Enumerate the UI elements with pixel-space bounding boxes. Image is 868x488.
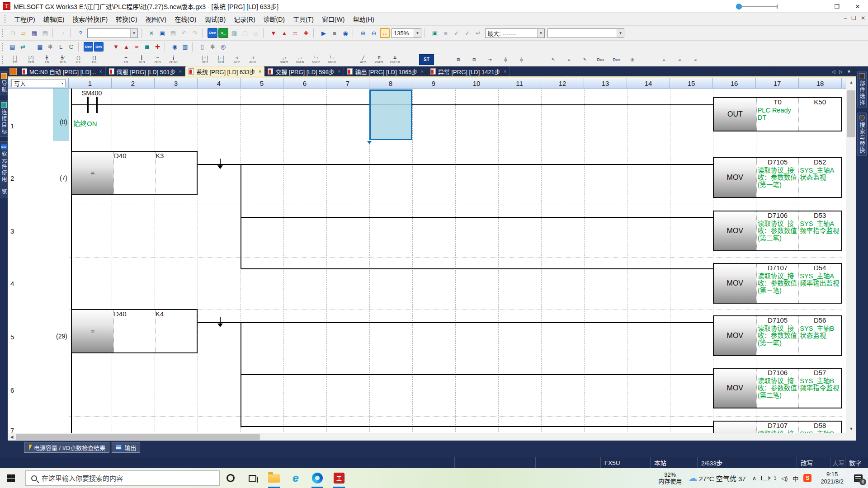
scroll-down-icon[interactable]: ▼	[846, 424, 856, 433]
tray-expand-icon[interactable]: ∧	[752, 475, 757, 482]
operand-device[interactable]: D7107	[757, 422, 799, 430]
tab-list-icon[interactable]: ▼	[847, 69, 851, 74]
tab-close-icon[interactable]: ×	[420, 69, 423, 74]
paste-icon[interactable]: ▤	[168, 28, 178, 38]
read-from-plc-icon[interactable]: ▲	[279, 28, 289, 38]
ime-indicator[interactable]: 中	[793, 474, 798, 483]
save-project-icon[interactable]: ▦	[29, 28, 39, 38]
operand-device[interactable]: D40	[114, 310, 127, 318]
watch-window-icon[interactable]: ◉	[340, 28, 350, 38]
column-header[interactable]: 11	[498, 78, 541, 89]
tab-servo[interactable]: 伺服 [PRG] [LD] 501步 ×	[106, 66, 185, 76]
plc-read-icon[interactable]: ▲	[122, 42, 131, 52]
operand-device[interactable]: D58	[799, 422, 841, 430]
step-return-icon[interactable]: ↵	[473, 28, 483, 38]
memory-usage-widget[interactable]: 32% 内存使用	[652, 471, 688, 485]
schedule-icon[interactable]: ◔	[58, 28, 68, 38]
mdi-restore-icon[interactable]: ❒	[851, 15, 856, 21]
tab-close-icon[interactable]: ×	[259, 69, 261, 74]
branch-pulse-falling-button[interactable]: ┬↓saF6	[292, 54, 307, 65]
operand-device[interactable]: K3	[156, 152, 164, 160]
menu-item[interactable]: 工具(T)	[289, 13, 318, 25]
column-header[interactable]: 12	[541, 78, 584, 89]
weather-widget[interactable]: 27°C 空气优 37	[699, 474, 746, 483]
print-icon[interactable]: ▤	[40, 28, 50, 38]
out-instruction-block[interactable]: OUT T0 PLC Ready DT K50	[713, 97, 842, 131]
zoom-in-icon[interactable]: ⊕	[358, 28, 368, 38]
edit-wire-icon[interactable]: ╬	[498, 54, 513, 65]
plc-write-icon[interactable]: ▼	[111, 42, 121, 52]
contact-icon[interactable]	[87, 97, 89, 113]
column-header[interactable]: 17	[756, 78, 799, 89]
tab-abnormal[interactable]: 异常 [PRG] [LD] 1421步 ×	[427, 66, 510, 76]
new-project-icon[interactable]: □	[8, 28, 18, 38]
mov-instruction-block[interactable]: MOV D7106 读取协议_接收：参数数值(第二笔) D57 SYS_主轴B频…	[713, 368, 842, 408]
contact-open-or-button[interactable]: ╊F6	[39, 54, 54, 65]
branch-pulse-falling-close-button[interactable]: ┴↓saF8	[324, 54, 339, 65]
column-header[interactable]: 15	[670, 78, 713, 89]
list-view-icon-1[interactable]: ≡	[656, 54, 671, 65]
list-view-icon-3[interactable]: ≡	[688, 54, 703, 65]
chevron-down-icon[interactable]: ▼	[414, 29, 421, 38]
write-to-plc-icon[interactable]: ▼	[269, 28, 278, 38]
find-device-icon[interactable]: ◎	[218, 42, 228, 52]
tab-close-icon[interactable]: ×	[99, 69, 102, 74]
device-badge-icon[interactable]: Dev	[208, 28, 217, 38]
insert-column-icon[interactable]: ⇥	[482, 54, 497, 65]
help-icon[interactable]: ?	[75, 28, 85, 38]
options-icon[interactable]: ✱	[208, 42, 217, 52]
sogou-input-icon[interactable]: S	[803, 474, 811, 482]
monitor-start-icon[interactable]: ▶	[319, 28, 329, 38]
verify-plc-icon[interactable]: ≍	[290, 28, 300, 38]
column-header[interactable]: 1	[69, 78, 112, 89]
max-combo[interactable]: 最大: -------▼	[485, 28, 545, 38]
plc-verify-icon[interactable]: ≍	[132, 42, 142, 52]
pen-slider-widget[interactable]	[736, 5, 778, 8]
undo-icon[interactable]: ↶	[179, 28, 189, 38]
menu-item[interactable]: 调试(B)	[200, 13, 230, 25]
menu-item[interactable]: 帮助(H)	[349, 13, 378, 25]
start-button[interactable]	[0, 468, 22, 488]
tab-prev-icon[interactable]: ◁	[832, 69, 835, 74]
mdi-minimize-icon[interactable]: –	[844, 15, 847, 21]
branch-pulse-rising-button[interactable]: ┬↑saF5	[277, 54, 292, 65]
pulse-falling-close-button[interactable]: ↓/aF8	[245, 54, 260, 65]
taskbar-clock[interactable]: 9:15 2021/8/2	[816, 471, 848, 485]
tab-handshake[interactable]: 交握 [PRG] [LD] 598步 ×	[264, 66, 344, 76]
column-header[interactable]: 14	[627, 78, 670, 89]
monitor-mode-icon[interactable]: ▣	[430, 28, 440, 38]
statement-icon[interactable]: ≡	[561, 54, 576, 65]
tab-output[interactable]: 输出 [PRG] [LD] 1065步 ×	[344, 66, 427, 76]
operand-device[interactable]: D7105	[757, 158, 799, 166]
operand-device[interactable]: D7106	[757, 211, 799, 220]
inline-st-button[interactable]: ST	[419, 54, 434, 65]
watch-register-icon[interactable]: ▥	[180, 42, 190, 52]
dock-tab-element-selection[interactable]: 部件选择	[857, 71, 867, 108]
column-header[interactable]: 2	[112, 78, 155, 89]
ladder-editor[interactable]: 写入▾ 123456789101112131415161718	[8, 78, 856, 441]
redo-icon[interactable]: ↷	[190, 28, 200, 38]
parameter-icon[interactable]: ✱	[46, 42, 55, 52]
contact-icon[interactable]	[96, 97, 98, 113]
horizontal-scrollbar[interactable]: ◀	[8, 433, 846, 441]
device-replace-icon[interactable]: Dev	[609, 54, 624, 65]
cross-reference-icon[interactable]: ◎	[625, 54, 640, 65]
dock-tab-find-replace[interactable]: 搜索与替换	[857, 113, 867, 156]
chevron-down-icon[interactable]: ▼	[130, 29, 137, 38]
open-project-icon[interactable]: ▱	[19, 28, 28, 38]
device-comment-icon[interactable]: C	[66, 42, 76, 52]
vertical-scroll-thumb[interactable]	[847, 90, 855, 137]
mov-instruction-block[interactable]: MOV D7107 读取协议_接收：参数数 D58 SYS_主轴B频率输出监	[713, 421, 842, 433]
invert-result-button[interactable]: ╱aF5	[356, 54, 371, 65]
branch-pulse-rising-close-button[interactable]: ┴↑saF7	[308, 54, 323, 65]
mov-instruction-block[interactable]: MOV D7105 读取协议_接收：参数数值(第一笔) D52 SYS_主轴A状…	[713, 157, 842, 198]
mov-instruction-block[interactable]: MOV D7107 读取协议_接收：参数数值(第三笔) D54 SYS_主轴A频…	[713, 263, 842, 304]
diagnostics-icon[interactable]: ✚	[153, 42, 162, 52]
horizontal-scroll-thumb[interactable]	[16, 434, 260, 440]
plc-diagnostics-icon[interactable]: ✚	[301, 28, 311, 38]
column-header[interactable]: 4	[198, 78, 241, 89]
slider-knob-icon[interactable]	[736, 4, 742, 9]
column-header[interactable]: 5	[241, 78, 283, 89]
operand-device[interactable]: D7106	[757, 369, 799, 377]
task-view-button[interactable]	[241, 468, 263, 488]
